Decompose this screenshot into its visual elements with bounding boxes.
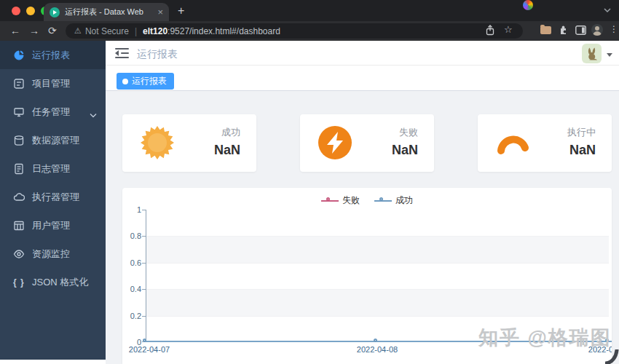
screen: 运行报表 - Datax Web × + ← → ⟳ ⚠ Not Secure … [0, 0, 619, 364]
share-icon[interactable] [485, 25, 495, 39]
breadcrumb: 运行报表 [137, 48, 178, 61]
back-button[interactable]: ← [10, 25, 20, 36]
sidebar-item-datasources[interactable]: 数据源管理 [0, 126, 106, 154]
browser-tab[interactable]: 运行报表 - Datax Web × [44, 3, 169, 21]
address-bar[interactable]: ⚠ Not Secure | elt120 :9527/index.html#/… [66, 23, 523, 39]
stat-card-success: 成功 NaN [122, 114, 256, 172]
chart-legend: 失败 成功 [122, 194, 612, 207]
lightning-icon [318, 125, 352, 160]
url-path: :9527/index.html#/dashboard [167, 26, 280, 36]
sidebar-item-label: 资源监控 [32, 248, 70, 261]
chevron-down-icon [90, 109, 97, 120]
chevron-down-icon[interactable] [603, 6, 612, 15]
gridline [146, 236, 609, 237]
sidebar-item-label: 项目管理 [32, 77, 70, 90]
resource-monitor-icon [13, 248, 25, 260]
sidebar-item-dashboard[interactable]: 运行报表 [0, 41, 106, 69]
y-axis-tick [142, 210, 146, 210]
new-tab-button[interactable]: + [178, 6, 184, 16]
sidebar-item-tasks[interactable]: 任务管理 [0, 98, 106, 126]
y-axis-tick [142, 316, 146, 317]
extensions-puzzle-icon[interactable] [558, 25, 568, 38]
sidebar-item-label: 运行报表 [32, 49, 70, 62]
user-avatar[interactable] [582, 44, 602, 63]
legend-label: 成功 [395, 194, 413, 207]
stat-label: 失败 [392, 126, 418, 139]
sidebar-item-label: 任务管理 [32, 106, 70, 119]
tag-active-dot [122, 79, 128, 84]
sidebar-item-label: 用户管理 [32, 219, 70, 232]
y-tick-label: 0.8 [122, 232, 141, 240]
line-marker-icon [374, 197, 392, 204]
stat-value: NaN [392, 143, 418, 158]
x-tick-label: 2022-04-07 [125, 345, 173, 354]
sidebar-item-logs[interactable]: 日志管理 [0, 154, 106, 183]
extension-colorful-icon[interactable] [523, 0, 533, 10]
legend-item-fail[interactable]: 失败 [321, 194, 360, 207]
tab-title: 运行报表 - Datax Web [65, 7, 153, 17]
data-point[interactable] [374, 339, 377, 342]
crescent-icon [495, 125, 530, 160]
not-secure-warning-icon: ⚠ [74, 26, 82, 36]
y-axis-tick [142, 289, 146, 290]
gridline [146, 263, 609, 264]
dashboard-icon [13, 50, 25, 61]
y-tick-label: 0.6 [122, 258, 141, 267]
plot-band [146, 289, 609, 315]
sidebar-item-json-format[interactable]: { } JSON 格式化 [0, 268, 106, 296]
stat-card-fail: 失败 NaN [300, 114, 434, 172]
datasource-icon [13, 135, 25, 146]
sun-icon [140, 125, 175, 160]
sidebar-collapse-icon[interactable] [115, 48, 129, 58]
extension-folder-icon[interactable] [540, 26, 551, 34]
tag-label: 运行报表 [132, 75, 167, 87]
watermark: 知乎 @格瑞图 [478, 325, 619, 351]
data-point[interactable] [143, 339, 146, 342]
sidebar-item-executors[interactable]: 执行器管理 [0, 183, 106, 211]
gridline [146, 289, 609, 290]
sidebar-item-users[interactable]: 用户管理 [0, 211, 106, 240]
stat-label: 执行中 [567, 126, 596, 139]
tag-dashboard[interactable]: 运行报表 [117, 73, 174, 90]
sidebar: 运行报表 项目管理 任务管理 数据源管理 [0, 41, 106, 360]
security-label: Not Secure [85, 26, 129, 36]
legend-item-success[interactable]: 成功 [374, 194, 413, 207]
window-minimize-button[interactable] [26, 7, 35, 15]
project-icon [13, 78, 25, 90]
sidebar-item-resource-monitor[interactable]: 资源监控 [0, 240, 106, 268]
y-axis [146, 210, 146, 342]
stat-value: NaN [214, 143, 240, 158]
tags-view-bar [106, 66, 619, 91]
sidebar-item-label: 日志管理 [32, 162, 70, 175]
y-tick-label: 1 [122, 205, 141, 214]
caret-down-icon[interactable] [607, 53, 612, 57]
sidebar-item-label: JSON 格式化 [32, 276, 88, 289]
browser-profile-avatar[interactable] [591, 24, 603, 36]
url-divider: | [135, 26, 137, 36]
sidebar-item-projects[interactable]: 项目管理 [0, 69, 106, 98]
plot-band [146, 236, 609, 262]
y-tick-label: 0.2 [122, 312, 141, 320]
line-marker-icon [321, 197, 339, 204]
watermark-swoosh [605, 349, 619, 364]
window-close-button[interactable] [12, 7, 20, 15]
gridline [146, 316, 609, 317]
y-axis-tick [142, 263, 146, 264]
app-header [106, 41, 619, 66]
reload-button[interactable]: ⟳ [48, 25, 57, 36]
datax-favicon-icon [50, 7, 60, 17]
stat-label: 成功 [214, 126, 240, 139]
forward-button[interactable]: → [29, 25, 39, 36]
browser-menu-icon[interactable]: ⋮ [610, 24, 618, 34]
bookmark-star-icon[interactable]: ☆ [504, 24, 513, 35]
tab-close-icon[interactable]: × [157, 7, 163, 17]
x-tick-label: 2022-04-08 [348, 345, 406, 354]
plot-band [146, 210, 609, 236]
stat-card-running: 执行中 NaN [478, 114, 612, 172]
sidebar-item-label: 数据源管理 [32, 134, 79, 147]
legend-label: 失败 [342, 194, 360, 207]
side-panel-icon[interactable] [575, 25, 586, 38]
y-axis-tick [142, 236, 146, 237]
executor-cloud-icon [13, 191, 25, 203]
task-icon [13, 106, 25, 118]
